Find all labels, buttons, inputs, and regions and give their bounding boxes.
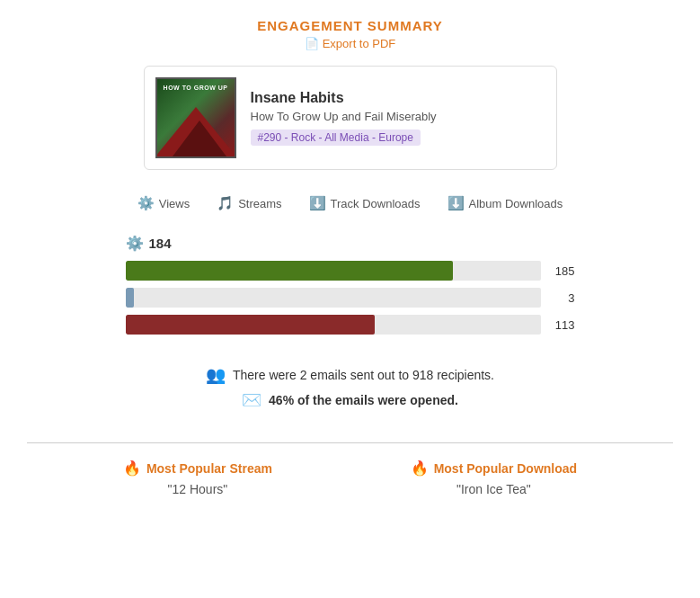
bar-value-3: 113 <box>548 318 575 332</box>
bar-row-1: 185 <box>126 261 575 281</box>
stats-icon: ⚙️ <box>126 235 144 252</box>
album-name: How To Grow Up and Fail Miserably <box>251 110 437 123</box>
bar-fill-2 <box>126 288 134 308</box>
popular-download-title: 🔥 Most Popular Download <box>411 460 577 477</box>
popular-download-value: "Iron Ice Tea" <box>411 482 577 496</box>
views-icon: ⚙️ <box>137 195 155 211</box>
people-icon: 👥 <box>206 365 226 385</box>
track-download-icon: ⬇️ <box>309 195 326 211</box>
pdf-icon: 📄 <box>305 37 319 50</box>
tab-album-downloads[interactable]: ⬇️ Album Downloads <box>447 195 563 211</box>
tab-track-downloads[interactable]: ⬇️ Track Downloads <box>309 195 421 211</box>
stats-header: ⚙️ 184 <box>126 235 575 252</box>
album-card: HOW TO GROW UP Insane Habits How To Grow… <box>144 66 557 170</box>
tab-bar: ⚙️ Views 🎵 Streams ⬇️ Track Downloads ⬇️… <box>27 188 673 219</box>
stats-section: ⚙️ 184 185 3 113 <box>126 235 575 335</box>
album-art-text: HOW TO GROW UP <box>157 85 235 91</box>
bar-fill-1 <box>126 261 454 281</box>
fire-icon-stream: 🔥 <box>123 460 141 477</box>
envelope-icon: ✉️ <box>242 390 261 410</box>
bar-value-2: 3 <box>548 291 575 305</box>
bar-container-2 <box>126 288 541 308</box>
page-header: ENGAGEMENT SUMMARY 📄 Export to PDF <box>27 18 673 51</box>
tab-streams[interactable]: 🎵 Streams <box>217 195 281 211</box>
popular-section: 🔥 Most Popular Stream "12 Hours" 🔥 Most … <box>27 460 673 496</box>
album-artist: Insane Habits <box>251 90 437 106</box>
album-download-icon: ⬇️ <box>447 195 465 211</box>
popular-stream: 🔥 Most Popular Stream "12 Hours" <box>123 460 272 496</box>
section-divider <box>27 442 673 443</box>
album-art: HOW TO GROW UP <box>155 77 236 158</box>
email-line-1: 👥 There were 2 emails sent out to 918 re… <box>27 365 673 385</box>
bar-container-3 <box>126 315 541 335</box>
stats-views-count: 184 <box>149 236 172 251</box>
page-title: ENGAGEMENT SUMMARY <box>27 18 673 33</box>
bar-row-3: 113 <box>126 315 575 335</box>
bar-fill-3 <box>126 315 375 335</box>
album-badge: #290 - Rock - All Media - Europe <box>251 129 421 146</box>
tab-views[interactable]: ⚙️ Views <box>137 195 190 211</box>
streams-icon: 🎵 <box>217 195 234 211</box>
fire-icon-download: 🔥 <box>411 460 429 477</box>
bar-value-1: 185 <box>548 264 575 278</box>
album-info: Insane Habits How To Grow Up and Fail Mi… <box>251 90 437 146</box>
bar-container-1 <box>126 261 541 281</box>
bar-row-2: 3 <box>126 288 575 308</box>
popular-stream-title: 🔥 Most Popular Stream <box>123 460 272 477</box>
popular-stream-value: "12 Hours" <box>123 482 272 496</box>
export-pdf-link[interactable]: 📄 Export to PDF <box>305 37 396 50</box>
email-line-2: ✉️ 46% of the emails were opened. <box>27 390 673 410</box>
email-stats: 👥 There were 2 emails sent out to 918 re… <box>27 356 673 424</box>
popular-download: 🔥 Most Popular Download "Iron Ice Tea" <box>411 460 577 496</box>
